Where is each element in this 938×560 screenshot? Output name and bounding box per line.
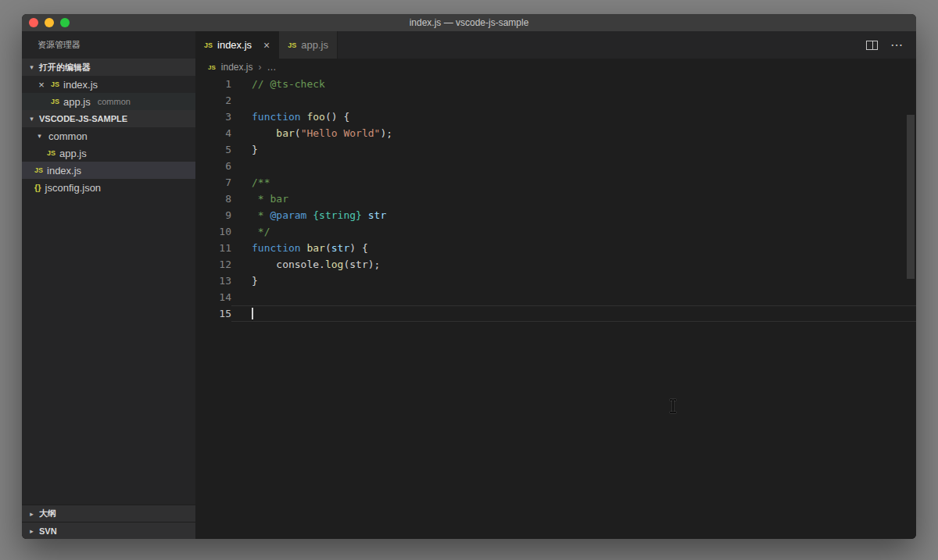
line-number: 13 xyxy=(195,273,231,289)
line-content: function foo() { xyxy=(231,109,916,125)
file-index.js[interactable]: JSindex.js xyxy=(22,162,195,179)
titlebar[interactable]: index.js — vscode-js-sample xyxy=(22,14,916,31)
zoom-window-button[interactable] xyxy=(60,18,70,27)
line-content: */ xyxy=(231,223,916,240)
line-number: 3 xyxy=(195,109,231,125)
line-number: 15 xyxy=(195,305,231,322)
workspace-label: VSCODE-JS-SAMPLE xyxy=(39,114,127,123)
split-editor-icon[interactable] xyxy=(866,41,878,50)
workspace-header[interactable]: ▾ VSCODE-JS-SAMPLE xyxy=(22,110,195,127)
open-editor-detail: common xyxy=(98,97,131,106)
js-file-icon: JS xyxy=(34,166,43,174)
tree-item-label: common xyxy=(48,130,88,142)
open-editor-label: app.js xyxy=(63,96,91,108)
line-number: 14 xyxy=(195,289,231,305)
chevron-down-icon: ▾ xyxy=(27,63,37,71)
chevron-down-icon: ▾ xyxy=(27,115,37,123)
code-line-15[interactable]: 15 xyxy=(195,305,916,322)
close-editor-icon[interactable]: × xyxy=(36,79,47,91)
line-number: 11 xyxy=(195,240,231,256)
line-content: * bar xyxy=(231,191,916,207)
js-file-icon: JS xyxy=(208,64,216,71)
code-line-5[interactable]: 5} xyxy=(195,141,916,158)
file-jsconfig.json[interactable]: {}jsconfig.json xyxy=(22,179,195,196)
text-caret xyxy=(252,308,253,319)
code-line-7[interactable]: 7/** xyxy=(195,174,916,191)
line-number: 2 xyxy=(195,92,231,109)
line-content: } xyxy=(231,141,916,158)
js-file-icon: JS xyxy=(47,149,55,157)
code-line-12[interactable]: 12 console.log(str); xyxy=(195,256,916,273)
code-line-8[interactable]: 8 * bar xyxy=(195,191,916,207)
code-lines: 1// @ts-check23function foo() {4 bar("He… xyxy=(195,76,916,322)
open-editor-index.js[interactable]: ×JSindex.js xyxy=(22,76,195,93)
js-file-icon: JS xyxy=(288,41,296,49)
line-number: 6 xyxy=(195,158,231,174)
tab-label: app.js xyxy=(301,39,328,51)
more-actions-icon[interactable]: ⋯ xyxy=(890,41,904,50)
line-content xyxy=(231,289,916,305)
line-content xyxy=(231,158,916,174)
close-window-button[interactable] xyxy=(29,18,38,27)
breadcrumb[interactable]: JS index.js › … xyxy=(195,59,916,76)
chevron-right-icon: ▸ xyxy=(27,510,37,518)
tab-app.js[interactable]: JSapp.js xyxy=(279,31,338,59)
tab-label: index.js xyxy=(217,39,252,51)
line-content: /** xyxy=(231,174,916,191)
tree-item-label: index.js xyxy=(47,165,81,177)
code-editor[interactable]: 1// @ts-check23function foo() {4 bar("He… xyxy=(195,76,916,539)
breadcrumb-file[interactable]: index.js xyxy=(221,62,253,73)
code-line-10[interactable]: 10 */ xyxy=(195,223,916,240)
open-editors-header[interactable]: ▾ 打开的编辑器 xyxy=(22,59,195,76)
open-editors-label: 打开的编辑器 xyxy=(39,62,91,73)
open-editor-app.js[interactable]: JSapp.jscommon xyxy=(22,93,195,110)
folder-common[interactable]: ▾common xyxy=(22,127,195,144)
sidebar-bottom-sections: ▸大纲▸SVN xyxy=(22,505,195,539)
open-editors-list: ×JSindex.jsJSapp.jscommon xyxy=(22,76,195,110)
line-content xyxy=(231,92,916,109)
chevron-right-icon: ▸ xyxy=(27,527,37,535)
section-SVN[interactable]: ▸SVN xyxy=(22,522,195,539)
json-file-icon: {} xyxy=(34,183,41,192)
tabs: JSindex.js×JSapp.js xyxy=(195,31,338,59)
close-tab-icon[interactable]: × xyxy=(263,39,270,52)
tree-item-label: app.js xyxy=(59,148,87,159)
line-number: 9 xyxy=(195,207,231,223)
code-line-1[interactable]: 1// @ts-check xyxy=(195,76,916,92)
file-tree: ▾commonJSapp.jsJSindex.js{}jsconfig.json xyxy=(22,127,195,196)
code-line-14[interactable]: 14 xyxy=(195,289,916,305)
window-title: index.js — vscode-js-sample xyxy=(22,14,916,31)
line-number: 5 xyxy=(195,141,231,158)
line-content: bar("Hello World"); xyxy=(231,125,916,141)
section-label: SVN xyxy=(39,526,57,536)
line-number: 7 xyxy=(195,174,231,191)
code-line-2[interactable]: 2 xyxy=(195,92,916,109)
line-content: console.log(str); xyxy=(231,256,916,273)
section-label: 大纲 xyxy=(39,508,56,519)
code-line-4[interactable]: 4 bar("Hello World"); xyxy=(195,125,916,141)
section-大纲[interactable]: ▸大纲 xyxy=(22,505,195,522)
line-content: function bar(str) { xyxy=(231,240,916,256)
chevron-down-icon: ▾ xyxy=(34,132,45,140)
js-file-icon: JS xyxy=(204,41,213,49)
line-content: } xyxy=(231,273,916,289)
chevron-right-icon: › xyxy=(258,62,261,73)
js-file-icon: JS xyxy=(51,98,59,105)
line-content: * @param {string} str xyxy=(231,207,916,223)
code-line-6[interactable]: 6 xyxy=(195,158,916,174)
vscode-window: index.js — vscode-js-sample 资源管理器 ▾ 打开的编… xyxy=(22,14,916,539)
code-line-9[interactable]: 9 * @param {string} str xyxy=(195,207,916,223)
line-content xyxy=(231,305,916,322)
code-line-11[interactable]: 11function bar(str) { xyxy=(195,240,916,256)
breadcrumb-more[interactable]: … xyxy=(267,62,276,73)
editor-scrollbar[interactable] xyxy=(907,115,915,279)
tab-index.js[interactable]: JSindex.js× xyxy=(195,31,279,59)
line-number: 1 xyxy=(195,76,231,92)
line-content: // @ts-check xyxy=(231,76,916,92)
file-app.js[interactable]: JSapp.js xyxy=(22,144,195,162)
line-number: 10 xyxy=(195,223,231,240)
code-line-3[interactable]: 3function foo() { xyxy=(195,109,916,125)
minimize-window-button[interactable] xyxy=(45,18,54,27)
explorer-title: 资源管理器 xyxy=(22,31,195,59)
code-line-13[interactable]: 13} xyxy=(195,273,916,289)
